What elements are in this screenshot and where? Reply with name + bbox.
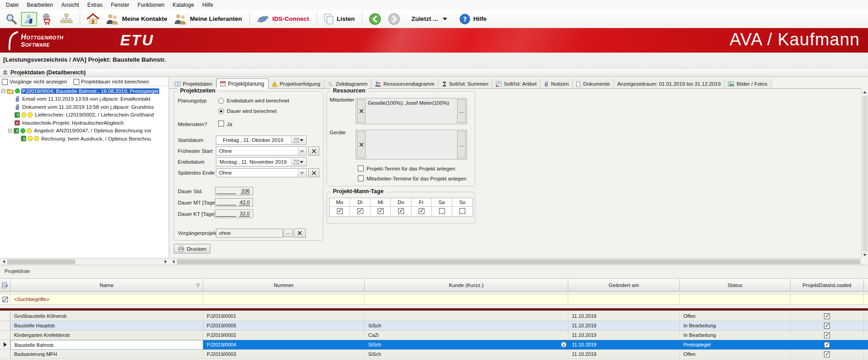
fruehester-start-combobox[interactable]: Ohne bbox=[216, 146, 307, 156]
vorgaengerprojekt-field[interactable]: ohne bbox=[216, 229, 283, 238]
tab-projektplanung[interactable]: Projektplanung bbox=[216, 78, 268, 89]
detail-section-header[interactable]: Projektdaten (Detailbereich) bbox=[0, 68, 868, 77]
menu-fenster[interactable]: Fenster bbox=[107, 0, 133, 10]
column-header-status[interactable]: Status bbox=[680, 279, 790, 291]
tree-item-rechnung[interactable]: R Rechnung: beim Ausdruck, / Optimus Ber… bbox=[0, 135, 169, 143]
projektdauer-checkbox[interactable] bbox=[73, 79, 79, 85]
row-selector-cell[interactable] bbox=[0, 311, 10, 321]
search-button[interactable] bbox=[3, 12, 20, 26]
scroll-up-icon[interactable] bbox=[861, 89, 868, 95]
scroll-left-icon[interactable] bbox=[0, 258, 7, 265]
tree-item-email[interactable]: Email vom 11.10.2019 13:59 von j.dipace:… bbox=[0, 95, 169, 103]
projekt-termin-checkbox[interactable] bbox=[358, 165, 364, 171]
weekday-checkbox-mi[interactable] bbox=[378, 208, 384, 214]
meilenstein-checkbox-label[interactable]: Ja bbox=[227, 122, 232, 127]
endedatum-field[interactable]: Montag , 11. November 2019 bbox=[216, 157, 307, 166]
endedatum-calendar-dropdown[interactable] bbox=[291, 158, 306, 165]
tab-soll-ist-summen[interactable]: Soll/Ist: Summen bbox=[439, 79, 493, 88]
vorgaengerprojekt-clear-button[interactable] bbox=[294, 229, 306, 238]
contact-tool-button[interactable] bbox=[21, 12, 37, 26]
table-row-selected[interactable]: Baustelle Bahnstr. PJ2019/0004 SiSch i 1… bbox=[0, 340, 868, 350]
weekday-checkbox-di[interactable] bbox=[357, 208, 363, 214]
scrollbar-thumb[interactable] bbox=[863, 96, 868, 251]
menu-funktionen[interactable]: Funktionen bbox=[133, 0, 168, 10]
content-horizontal-scrollbar[interactable] bbox=[170, 258, 861, 265]
tab-bilder-fotos[interactable]: Bilder / Fotos bbox=[725, 79, 771, 88]
scroll-right-icon[interactable] bbox=[162, 258, 169, 265]
dauer-radio[interactable] bbox=[218, 108, 224, 114]
menu-hilfe[interactable]: Hilfe bbox=[198, 0, 217, 10]
collapse-expander-icon[interactable] bbox=[8, 129, 12, 133]
loaded-checkbox[interactable] bbox=[824, 351, 830, 357]
vorgaenge-checkbox[interactable] bbox=[2, 79, 8, 85]
filter-cell[interactable] bbox=[568, 294, 680, 304]
tab-projektverfolgung[interactable]: Projektverfolgung bbox=[268, 79, 325, 88]
column-header-geaendert[interactable]: Geändert am bbox=[568, 279, 680, 291]
loaded-checkbox[interactable] bbox=[824, 342, 830, 348]
meilenstein-checkbox[interactable] bbox=[218, 121, 224, 126]
back-button[interactable] bbox=[366, 11, 384, 27]
tab-soll-ist-artikel[interactable]: Soll/Ist: Artikel bbox=[493, 79, 541, 88]
tab-projektdaten[interactable]: Projektdaten bbox=[171, 79, 216, 88]
table-row[interactable]: Großbaustelle Kölnerstr. PJ2019/0001 11.… bbox=[0, 311, 868, 321]
row-selector-cell[interactable] bbox=[0, 350, 10, 359]
weekday-checkbox-so[interactable] bbox=[459, 208, 465, 214]
collapse-expander-icon[interactable] bbox=[1, 89, 5, 93]
mitarbeiter-termine-checkbox-label[interactable]: Mitarbeiter-Termine für das Projekt anle… bbox=[366, 176, 467, 181]
home-button[interactable] bbox=[84, 11, 102, 27]
column-header-nummer[interactable]: Nummer bbox=[203, 279, 365, 291]
geraete-browse-button[interactable]: ... bbox=[457, 131, 466, 158]
spaetestes-ende-combobox[interactable]: Ohne bbox=[216, 168, 307, 177]
weekday-checkbox-sa[interactable] bbox=[439, 208, 445, 214]
geraete-clear-button[interactable] bbox=[357, 131, 366, 158]
fruehester-start-dropdown[interactable] bbox=[298, 147, 306, 155]
mitarbeiter-browse-button[interactable]: ... bbox=[457, 99, 466, 123]
zuletzt-button[interactable]: Zuletzt ... bbox=[409, 14, 450, 24]
endedatum-radio[interactable] bbox=[218, 98, 224, 104]
filter-cell[interactable] bbox=[365, 294, 568, 304]
weekday-checkbox-fr[interactable] bbox=[419, 208, 424, 214]
scrollbar-thumb[interactable] bbox=[7, 259, 75, 264]
filter-cell[interactable] bbox=[203, 294, 365, 304]
tab-ressourcendiagramm[interactable]: Ressourcendiagramm bbox=[371, 79, 439, 88]
vorgaengerprojekt-browse-button[interactable]: ... bbox=[283, 229, 293, 237]
info-icon[interactable]: i bbox=[561, 341, 567, 349]
grid-settings-cell[interactable] bbox=[0, 279, 10, 291]
endedatum-radio-label[interactable]: Endedatum wird berechnet bbox=[227, 98, 289, 103]
project-structure-button[interactable] bbox=[57, 11, 75, 27]
startdatum-calendar-dropdown[interactable] bbox=[291, 136, 306, 144]
content-vertical-scrollbar[interactable] bbox=[861, 89, 868, 258]
tree-item-haustechnik[interactable]: Haustechnik-Projekt: HydraulischerAbglei… bbox=[0, 119, 169, 127]
dauer-radio-label[interactable]: Dauer wird berechnet bbox=[227, 108, 277, 114]
column-header-kunde[interactable]: Kunde (Kurzz.) bbox=[365, 279, 568, 291]
loaded-checkbox[interactable] bbox=[824, 332, 830, 338]
dauer-kt-field[interactable]: 32,0 bbox=[215, 209, 253, 218]
menu-kataloge[interactable]: Kataloge bbox=[169, 0, 198, 10]
filter-icon-cell[interactable] bbox=[0, 294, 10, 304]
ids-connect-button[interactable]: IDS-Connect bbox=[254, 12, 312, 26]
spaetestes-ende-clear-button[interactable] bbox=[308, 168, 319, 177]
spaetestes-ende-dropdown[interactable] bbox=[298, 169, 306, 176]
dauer-std-field[interactable]: 336 bbox=[215, 187, 253, 195]
sort-indicator-icon[interactable] bbox=[196, 283, 200, 288]
menu-ansicht[interactable]: Ansicht bbox=[57, 0, 83, 10]
projekt-termin-checkbox-label[interactable]: Projekt-Termin für das Projekt anlegen bbox=[366, 166, 455, 171]
webshop-button[interactable] bbox=[38, 11, 56, 27]
mitarbeiter-termine-checkbox[interactable] bbox=[358, 175, 364, 181]
weekday-checkbox-do[interactable] bbox=[398, 208, 404, 214]
startdatum-field[interactable]: Freitag , 11. Oktober 2019 bbox=[216, 136, 307, 145]
table-row[interactable]: Badsanierung MFH PJ2019/0003 SiSch 11.10… bbox=[0, 350, 868, 359]
mitarbeiter-clear-button[interactable] bbox=[357, 99, 366, 123]
tree-item-project[interactable]: PJ2019/0004, Baustelle Bahnstr., 16.08.2… bbox=[0, 87, 169, 95]
menu-bearbeiten[interactable]: Bearbeiten bbox=[23, 0, 57, 10]
filter-cell[interactable] bbox=[680, 294, 790, 304]
table-row[interactable]: Baustelle Hauptstr. PJ2019/0005 SiSch 11… bbox=[0, 321, 868, 331]
grid-filter-row[interactable]: <Suchbegriffe> bbox=[0, 294, 868, 305]
meine-kontakte-button[interactable]: Meine Kontakte bbox=[103, 12, 170, 26]
table-row[interactable]: Kindergarten Krefelderstr. PJ2019/0002 C… bbox=[0, 331, 868, 340]
menu-extras[interactable]: Extras bbox=[83, 0, 107, 10]
weekday-checkbox-mo[interactable] bbox=[337, 208, 343, 214]
column-header-loaded[interactable]: ProjektDataIsLoaded bbox=[790, 279, 864, 291]
filter-suchbegriffe[interactable]: <Suchbegriffe> bbox=[10, 294, 203, 304]
row-selector-cell[interactable] bbox=[0, 340, 10, 350]
